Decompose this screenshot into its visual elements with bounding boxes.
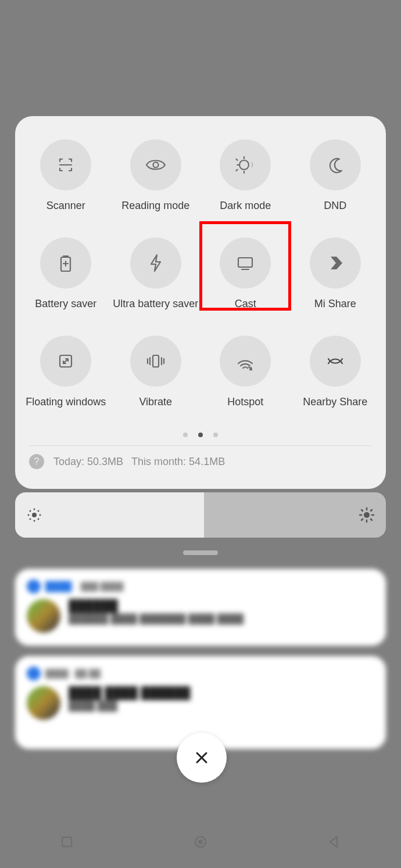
- highlight-annotation: [199, 221, 291, 311]
- tile-reading-mode[interactable]: Reading mode: [111, 139, 201, 212]
- svg-point-6: [32, 513, 37, 517]
- android-navbar: [0, 827, 401, 856]
- tile-label: Vibrate: [139, 396, 172, 408]
- svg-rect-16: [62, 837, 71, 847]
- svg-point-12: [38, 510, 40, 512]
- brightness-slider[interactable]: [15, 492, 386, 538]
- nearby-icon: [310, 336, 361, 387]
- recents-icon[interactable]: [58, 833, 76, 851]
- quick-settings-panel: Scanner Reading mode Dark mode: [15, 116, 386, 489]
- hotspot-icon: [220, 336, 271, 387]
- notification-avatar: [27, 686, 60, 720]
- tile-mi-share[interactable]: Mi Share: [291, 237, 381, 310]
- tile-label: Battery saver: [35, 298, 96, 310]
- tile-scanner[interactable]: Scanner: [21, 139, 111, 212]
- svg-point-14: [38, 518, 40, 520]
- scanner-icon: [40, 139, 91, 190]
- notification-avatar: [27, 599, 60, 633]
- help-icon: ?: [29, 454, 44, 469]
- tile-vibrate[interactable]: Vibrate: [111, 336, 201, 408]
- notification-title: ██████: [69, 599, 244, 613]
- panel-drag-handle[interactable]: [183, 550, 218, 555]
- page-dot-active: [198, 433, 203, 437]
- tile-dnd[interactable]: DND: [291, 139, 381, 212]
- tile-nearby-share[interactable]: Nearby Share: [291, 336, 381, 408]
- tile-label: Scanner: [46, 200, 85, 212]
- bolt-icon: [130, 237, 181, 289]
- svg-point-9: [28, 514, 30, 516]
- notification-app-name: ████: [45, 581, 71, 592]
- tile-label: Nearby Share: [303, 396, 367, 408]
- tile-label: Floating windows: [26, 396, 106, 408]
- tile-label: Ultra battery saver: [113, 298, 198, 310]
- svg-point-8: [34, 520, 35, 522]
- tile-label: Dark mode: [220, 200, 271, 212]
- notification-title: ████ ████ ██████: [69, 686, 191, 700]
- page-dot: [213, 433, 218, 437]
- brightness-high-icon: [358, 506, 375, 524]
- tile-label: Mi Share: [314, 298, 356, 310]
- tile-label: Hotspot: [227, 396, 263, 408]
- moon-icon: [310, 139, 361, 190]
- notification-meta: ████ · ██ ██: [45, 669, 101, 678]
- battery-plus-icon: [40, 237, 91, 289]
- brightness-fill: [15, 492, 204, 538]
- quick-settings-grid: Scanner Reading mode Dark mode: [15, 139, 386, 408]
- dark-mode-icon: [220, 139, 271, 190]
- data-usage-today: Today: 50.3MB: [53, 456, 123, 468]
- notification-meta: · ███ ████: [76, 582, 123, 591]
- eye-icon: [130, 139, 181, 190]
- back-icon[interactable]: [325, 833, 343, 851]
- page-indicator[interactable]: [15, 433, 386, 437]
- svg-point-13: [30, 518, 31, 520]
- floating-icon: [40, 336, 91, 387]
- app-icon: [27, 667, 41, 680]
- home-icon[interactable]: [192, 833, 209, 851]
- svg-point-10: [40, 514, 41, 516]
- brightness-low-icon: [26, 506, 43, 524]
- notification-card[interactable]: ████ · ███ ████ ██████ ██████ ████ █████…: [15, 569, 386, 646]
- tile-cast[interactable]: Cast: [201, 237, 291, 310]
- svg-point-18: [198, 840, 203, 844]
- data-usage-row[interactable]: ? Today: 50.3MB This month: 54.1MB: [15, 446, 386, 477]
- clear-notifications-button[interactable]: [177, 733, 227, 783]
- svg-point-11: [30, 510, 31, 512]
- mishare-icon: [310, 237, 361, 289]
- tile-label: DND: [324, 200, 346, 212]
- vibrate-icon: [130, 336, 181, 387]
- svg-point-15: [364, 512, 370, 518]
- tile-label: Reading mode: [121, 200, 189, 212]
- notification-text: ████ ███: [69, 701, 191, 711]
- data-usage-month: This month: 54.1MB: [131, 456, 225, 468]
- close-icon: [193, 749, 210, 766]
- tile-ultra-battery-saver[interactable]: Ultra battery saver: [111, 237, 201, 310]
- svg-point-1: [239, 160, 249, 170]
- app-icon: [27, 579, 41, 593]
- tile-floating-windows[interactable]: Floating windows: [21, 336, 111, 408]
- notification-text: ██████ ████ ███████ ████ ████: [69, 614, 244, 624]
- tile-hotspot[interactable]: Hotspot: [201, 336, 291, 408]
- svg-point-7: [34, 509, 35, 510]
- svg-point-0: [153, 163, 158, 168]
- tile-battery-saver[interactable]: Battery saver: [21, 237, 111, 310]
- page-dot: [183, 433, 188, 437]
- tile-dark-mode[interactable]: Dark mode: [201, 139, 291, 212]
- svg-rect-5: [153, 355, 159, 367]
